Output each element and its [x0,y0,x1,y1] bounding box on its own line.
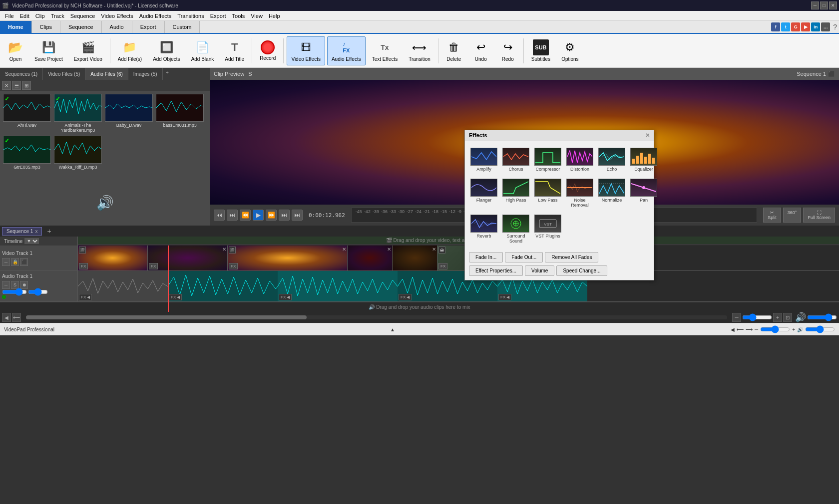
twitter-btn[interactable]: t [781,22,790,31]
aclip-1[interactable]: FX ◀ [168,271,278,301]
tl-back-btn[interactable]: ◀ [2,313,11,322]
text-effects-button[interactable]: Tx Text Effects [368,36,403,65]
help-icon[interactable]: ? [833,23,837,31]
add-panel-tab[interactable]: + [163,68,172,80]
save-project-button[interactable]: 💾 Save Project [30,36,67,65]
window-controls[interactable]: ─ □ ✕ [811,1,837,9]
menu-edit[interactable]: Edit [17,12,32,20]
effect-flanger[interactable]: Flanger [469,176,499,210]
more-social-btn[interactable]: … [821,22,830,31]
minimize-button[interactable]: ─ [811,1,819,9]
audio-pan-slider[interactable] [28,290,48,294]
effect-pan[interactable]: Pan [629,176,659,210]
remove-all-fades-button[interactable]: Remove All Fades [545,252,598,262]
undo-button[interactable]: ↩ Undo [468,36,493,65]
menu-transitions[interactable]: Transitions [174,12,207,20]
menu-clip[interactable]: Clip [32,12,48,20]
images-tab[interactable]: Images (5) [128,68,163,80]
file-item-animals[interactable]: ✓ Animals -The Yardbarkers.mp3 [54,94,102,133]
fast-forward-btn[interactable]: ⏩ [266,210,277,221]
fade-in-button[interactable]: Fade In... [469,252,503,262]
linkedin-btn[interactable]: in [811,22,820,31]
vclip-3[interactable]: 🎬 ✕ FX [228,246,348,270]
tl-zoom-out-btn[interactable]: ─ [732,313,741,322]
next-frame-btn[interactable]: ⏭ [279,210,290,221]
video-expand-btn[interactable]: ⬛ [20,258,28,266]
vclip-4-del[interactable]: ✕ [387,247,391,252]
export-video-button[interactable]: 🎬 Export Video [69,36,107,65]
transition-button[interactable]: ⟷ Transition [404,36,435,65]
status-scroll-left[interactable]: ⟵ [737,327,744,332]
menu-export[interactable]: Export [207,12,229,20]
subtitles-button[interactable]: SUB Subtitles [527,36,555,65]
full-screen-btn[interactable]: ⛶Full Screen [803,208,835,223]
status-zoom-in[interactable]: + [792,327,795,332]
effect-properties-button[interactable]: Effect Properties... [469,265,523,276]
effect-normalize[interactable]: Normalize [597,176,627,210]
tab-sequence[interactable]: Sequence [60,21,102,33]
options-button[interactable]: ⚙ Options [557,36,583,65]
audio-effects-button[interactable]: ♪FX Audio Effects [327,36,366,65]
split-btn[interactable]: ✂Split [763,208,781,223]
file-item-wakka[interactable]: Wakka_Riff_D.mp3 [54,136,102,170]
tab-clips[interactable]: Clips [32,21,60,33]
effect-low-pass[interactable]: Low Pass [533,176,563,210]
file-item-bassem[interactable]: bassEm031.mp3 [156,94,204,133]
add-sequence-btn[interactable]: + [44,226,54,236]
record-button[interactable]: Record [255,36,280,65]
menu-file[interactable]: File [2,12,17,20]
vclip-3-del[interactable]: ✕ [342,247,346,252]
volume-button[interactable]: Volume [525,265,554,276]
tl-zoom-slider[interactable] [742,315,772,319]
seq-tab-1[interactable]: Sequence 1 x [2,227,42,236]
status-scroll-right[interactable]: ⟶ [746,327,753,332]
effect-chorus[interactable]: Chorus [501,145,531,174]
tl-scroll-btn[interactable]: ⟵ [12,313,21,322]
video-files-tab[interactable]: Video Files (5) [43,68,85,80]
menu-view[interactable]: View [248,12,266,20]
expand-preview-btn[interactable]: ⬛ [828,71,835,77]
menu-track[interactable]: Track [48,12,67,20]
lp-delete-btn[interactable]: ✕ [2,81,11,90]
vclip-4[interactable]: ✕ [348,246,393,270]
menu-video-effects[interactable]: Video Effects [98,12,136,20]
effect-distortion[interactable]: Distortion [565,145,595,174]
play-btn[interactable]: ▶ [253,210,264,221]
effect-vst-plugins[interactable]: VST VST Plugins [533,212,563,246]
effect-surround-sound[interactable]: Surround Sound [501,212,531,246]
audio-volume-slider[interactable] [2,290,27,294]
effect-high-pass[interactable]: High Pass [501,176,531,210]
effect-compressor[interactable]: Compressor [533,145,563,174]
rewind-btn[interactable]: ⏪ [240,210,251,221]
lp-grid-btn[interactable]: ⊞ [22,81,31,90]
tl-fit-btn[interactable]: ⊡ [783,313,792,322]
aclip-2[interactable]: FX ◀ [278,271,398,301]
tl-zoom-in-btn[interactable]: + [773,313,782,322]
file-item-ahi[interactable]: ✓ AhHi.wav [3,94,51,133]
seq-tab-close[interactable]: x [35,229,37,234]
audio-files-tab[interactable]: Audio Files (6) [85,68,128,80]
tab-export[interactable]: Export [132,21,165,33]
vclip-2[interactable]: ✕ FX [148,246,228,270]
sequences-tab[interactable]: Sequences (1) [0,68,43,80]
effect-equalizer[interactable]: Equalizer [629,145,659,174]
youtube-btn[interactable]: ▶ [801,22,810,31]
tl-master-volume-slider[interactable] [807,315,837,319]
status-back-btn[interactable]: ◀ [731,327,735,332]
menu-help[interactable]: Help [266,12,283,20]
menu-tools[interactable]: Tools [229,12,248,20]
vclip-2-del[interactable]: ✕ [222,247,226,252]
open-button[interactable]: 📂 Open [3,36,28,65]
lp-list-btn[interactable]: ☰ [12,81,21,90]
file-item-baby[interactable]: Baby_D.wav [105,94,153,133]
redo-button[interactable]: ↪ Redo [495,36,520,65]
status-zoom-slider[interactable] [760,325,790,333]
delete-button[interactable]: 🗑 Delete [441,36,466,65]
skip-end-btn[interactable]: ⏭ [292,210,303,221]
effect-echo[interactable]: Echo [597,145,627,174]
effect-amplify[interactable]: Amplify [469,145,499,174]
menu-audio-effects[interactable]: Audio Effects [136,12,175,20]
file-item-gtre[interactable]: ✓ GtrE035.mp3 [3,136,51,170]
maximize-button[interactable]: □ [820,1,828,9]
status-zoom-out[interactable]: ─ [755,327,758,332]
